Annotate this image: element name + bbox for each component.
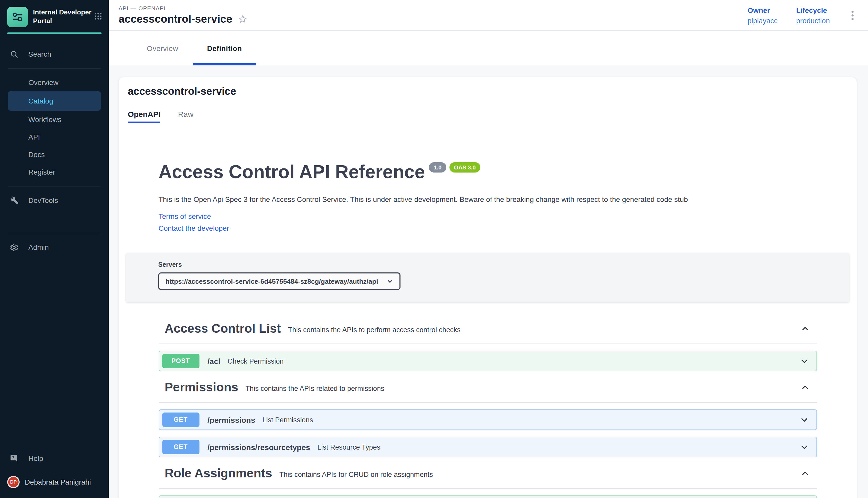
sidebar-item-admin[interactable]: Admin	[0, 238, 109, 256]
owner-stat: Owner plplayacc	[748, 6, 778, 25]
card-title: accesscontrol-service	[128, 86, 857, 97]
version-badge: 1.0	[429, 162, 446, 172]
content-scroll-area[interactable]: accesscontrol-service OpenAPI Raw Access…	[109, 65, 868, 498]
lifecycle-stat: Lifecycle production	[796, 6, 830, 25]
sidebar-item-workflows[interactable]: Workflows	[0, 111, 109, 128]
method-badge: GET	[162, 440, 199, 454]
operation-row-partial[interactable]	[158, 495, 817, 498]
sidebar-divider	[8, 186, 101, 186]
sidebar-item-catalog[interactable]: Catalog	[8, 91, 101, 111]
gear-icon	[0, 243, 28, 252]
operation-row-get-resourcetypes[interactable]: GET /permissions/resourcetypes List Reso…	[158, 437, 817, 457]
main-area: API — OPENAPI accesscontrol-service Owne…	[109, 0, 868, 498]
svg-text:?: ?	[12, 456, 14, 460]
owner-label: Owner	[748, 6, 778, 14]
servers-panel: Servers https://accesscontrol-service-6d…	[126, 253, 850, 302]
method-badge: GET	[162, 412, 199, 427]
select-chevron-down-icon	[386, 278, 393, 285]
method-badge: POST	[162, 354, 199, 368]
tab-definition[interactable]: Definition	[193, 31, 256, 65]
collapse-chevron-up-icon[interactable]	[798, 467, 812, 480]
sidebar-item-docs[interactable]: Docs	[0, 146, 109, 163]
portal-title: Internal Developer Portal	[33, 8, 92, 26]
search-icon	[0, 50, 28, 58]
operation-path: /permissions	[207, 415, 255, 424]
lifecycle-value: production	[796, 16, 830, 25]
servers-select[interactable]: https://accesscontrol-service-6d45755484…	[158, 273, 400, 290]
owner-link[interactable]: plplayacc	[748, 16, 778, 25]
server-url: https://accesscontrol-service-6d45755484…	[165, 277, 382, 285]
oas-badge: OAS 3.0	[449, 162, 480, 172]
entity-tabs: Overview Definition	[109, 31, 868, 65]
sidebar-item-search[interactable]: Search	[0, 45, 109, 63]
page-title: accesscontrol-service	[118, 13, 232, 25]
sidebar: Internal Developer Portal Search	[0, 0, 109, 498]
sidebar-item-label: Search	[28, 50, 51, 58]
operation-row-post-acl[interactable]: POST /acl Check Permission	[158, 351, 817, 371]
swagger-info: Access Control API Reference 1.0 OAS 3.0…	[158, 161, 817, 234]
operation-path: /acl	[207, 357, 220, 365]
sidebar-divider	[8, 233, 101, 233]
user-menu[interactable]: DP Debabrata Panigrahi	[0, 470, 109, 494]
entity-header: API — OPENAPI accesscontrol-service Owne…	[109, 0, 868, 31]
app-window: Internal Developer Portal Search	[0, 0, 868, 498]
tab-openapi[interactable]: OpenAPI	[128, 110, 161, 123]
sidebar-item-overview[interactable]: Overview	[0, 74, 109, 91]
tab-overview[interactable]: Overview	[132, 31, 193, 65]
active-tab-underline	[193, 63, 256, 65]
section-header[interactable]: Permissions This contains the APIs relat…	[158, 380, 817, 403]
definition-card: accesscontrol-service OpenAPI Raw Access…	[118, 77, 857, 498]
api-description: This is the Open Api Spec 3 for the Acce…	[158, 195, 817, 204]
definition-format-tabs: OpenAPI Raw	[128, 110, 857, 123]
sidebar-item-devtools[interactable]: DevTools	[0, 192, 109, 209]
contact-developer-link[interactable]: Contact the developer	[158, 222, 229, 234]
sidebar-nav: Search Overview Catalog Workflows API Do…	[0, 34, 109, 498]
portal-logo-icon[interactable]	[7, 7, 28, 27]
lifecycle-label: Lifecycle	[796, 6, 830, 14]
swagger-operations: Access Control List This contains the AP…	[158, 321, 817, 498]
api-title: Access Control API Reference	[158, 161, 425, 183]
help-chat-icon: ?	[0, 454, 28, 463]
expand-chevron-down-icon[interactable]	[799, 442, 809, 452]
user-name: Debabrata Panigrahi	[25, 478, 91, 486]
expand-chevron-down-icon[interactable]	[799, 356, 809, 366]
breadcrumb: API — OPENAPI	[118, 5, 248, 11]
sidebar-header: Internal Developer Portal	[0, 0, 109, 27]
section-permissions: Permissions This contains the APIs relat…	[158, 380, 817, 457]
favorite-star-icon[interactable]	[237, 14, 248, 24]
section-role-assignments: Role Assignments This contains APIs for …	[158, 466, 817, 498]
operation-path: /permissions/resourcetypes	[207, 443, 310, 451]
avatar: DP	[7, 476, 20, 488]
section-access-control-list: Access Control List This contains the AP…	[158, 321, 817, 371]
section-header[interactable]: Role Assignments This contains APIs for …	[158, 466, 817, 489]
operation-row-get-permissions[interactable]: GET /permissions List Permissions	[158, 409, 817, 430]
sidebar-divider	[8, 68, 101, 68]
terms-of-service-link[interactable]: Terms of service	[158, 211, 211, 222]
collapse-chevron-up-icon[interactable]	[798, 381, 812, 394]
collapse-chevron-up-icon[interactable]	[798, 322, 812, 335]
section-header[interactable]: Access Control List This contains the AP…	[158, 321, 817, 344]
tab-raw[interactable]: Raw	[178, 110, 193, 123]
app-launcher-icon[interactable]	[94, 12, 103, 22]
sidebar-item-register[interactable]: Register	[0, 163, 109, 181]
operation-summary: Check Permission	[228, 357, 284, 365]
expand-chevron-down-icon[interactable]	[799, 415, 809, 424]
servers-label: Servers	[158, 261, 850, 268]
operation-summary: List Permissions	[263, 416, 313, 423]
wrench-icon	[0, 196, 28, 205]
more-options-icon[interactable]	[848, 8, 857, 23]
sidebar-item-help[interactable]: ? Help	[0, 449, 109, 467]
operation-summary: List Resource Types	[318, 443, 380, 451]
sidebar-item-api[interactable]: API	[0, 128, 109, 146]
